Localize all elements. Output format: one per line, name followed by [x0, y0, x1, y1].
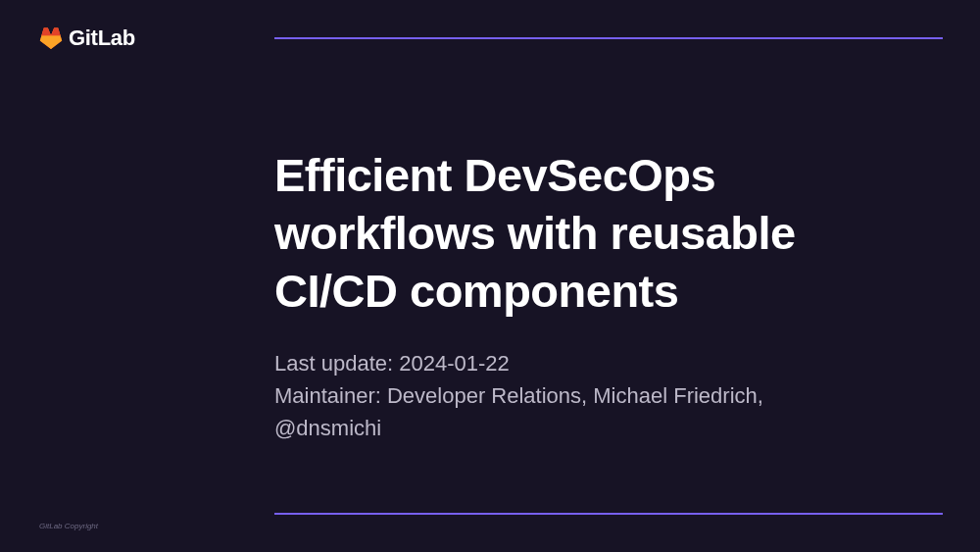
slide-meta: Last update: 2024-01-22 Maintainer: Deve…	[274, 347, 921, 444]
slide-content: Efficient DevSecOps workflows with reusa…	[274, 147, 921, 444]
slide-title: Efficient DevSecOps workflows with reusa…	[274, 147, 921, 320]
divider-bottom	[274, 513, 943, 515]
divider-top	[274, 37, 943, 39]
copyright: GitLab Copyright	[39, 522, 98, 530]
gitlab-icon	[39, 27, 63, 49]
brand-logo: GitLab	[39, 25, 135, 51]
maintainer: Maintainer: Developer Relations, Michael…	[274, 379, 921, 444]
brand-name: GitLab	[69, 25, 135, 51]
last-update: Last update: 2024-01-22	[274, 347, 921, 379]
